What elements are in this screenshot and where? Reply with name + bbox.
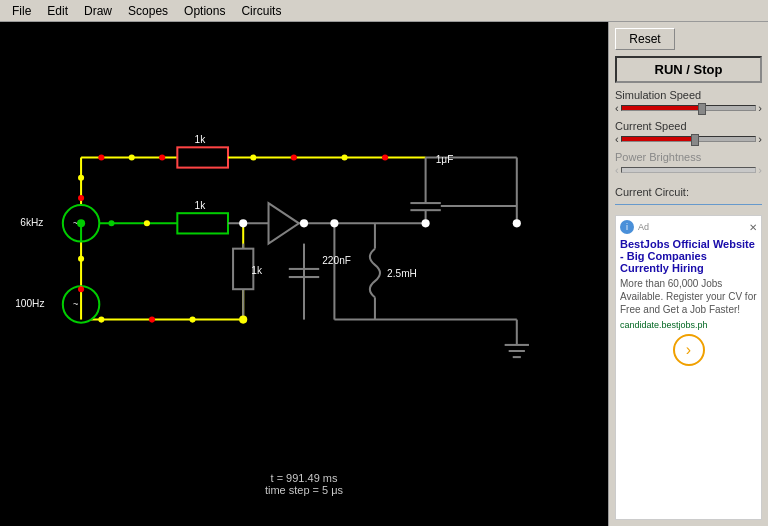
- ad-source: candidate.bestjobs.ph: [620, 320, 757, 330]
- svg-point-57: [129, 154, 135, 160]
- power-brightness-control: Power Brightness ‹ ›: [615, 151, 762, 176]
- power-increase: ›: [758, 164, 762, 176]
- svg-point-60: [291, 154, 297, 160]
- svg-text:1k: 1k: [195, 200, 207, 211]
- menu-file[interactable]: File: [4, 2, 39, 20]
- circuit-canvas[interactable]: 1k 1k 1μF: [0, 22, 608, 526]
- svg-point-54: [239, 316, 247, 324]
- svg-text:100Hz: 100Hz: [15, 298, 44, 309]
- svg-point-63: [98, 317, 104, 323]
- menu-circuits[interactable]: Circuits: [233, 2, 289, 20]
- current-speed-label: Current Speed: [615, 120, 762, 132]
- reset-button[interactable]: Reset: [615, 28, 675, 50]
- svg-rect-34: [233, 249, 253, 290]
- simulation-speed-slider-row: ‹ ›: [615, 102, 762, 114]
- ad-info-icon[interactable]: i: [620, 220, 634, 234]
- cur-speed-fill: [622, 137, 696, 141]
- svg-point-64: [149, 317, 155, 323]
- current-circuit-underline: [615, 204, 762, 205]
- svg-text:220nF: 220nF: [322, 255, 351, 266]
- svg-text:1k: 1k: [251, 265, 263, 276]
- sim-speed-increase[interactable]: ›: [758, 102, 762, 114]
- svg-point-52: [422, 219, 430, 227]
- power-decrease: ‹: [615, 164, 619, 176]
- cur-speed-decrease[interactable]: ‹: [615, 133, 619, 145]
- svg-point-65: [189, 317, 195, 323]
- svg-point-53: [513, 219, 521, 227]
- svg-point-61: [341, 154, 347, 160]
- svg-point-69: [78, 286, 84, 292]
- menubar: File Edit Draw Scopes Options Circuits: [0, 0, 768, 22]
- svg-point-70: [108, 220, 114, 226]
- right-panel: Reset RUN / Stop Simulation Speed ‹ › Cu…: [608, 22, 768, 526]
- svg-point-68: [78, 256, 84, 262]
- svg-point-67: [78, 195, 84, 201]
- power-brightness-track: [621, 167, 757, 173]
- sim-speed-thumb[interactable]: [698, 103, 706, 115]
- power-brightness-label: Power Brightness: [615, 151, 762, 163]
- simulation-info: t = 991.49 ms time step = 5 μs: [265, 472, 343, 496]
- ad-body: More than 60,000 Jobs Available. Registe…: [620, 277, 757, 316]
- svg-text:2.5mH: 2.5mH: [387, 268, 417, 279]
- svg-point-66: [78, 175, 84, 181]
- svg-point-59: [250, 154, 256, 160]
- simulation-speed-track[interactable]: [621, 105, 757, 111]
- menu-edit[interactable]: Edit: [39, 2, 76, 20]
- main-layout: 1k 1k 1μF: [0, 22, 768, 526]
- menu-scopes[interactable]: Scopes: [120, 2, 176, 20]
- svg-rect-8: [177, 213, 228, 233]
- svg-text:1μF: 1μF: [436, 154, 454, 165]
- current-speed-slider-row: ‹ ›: [615, 133, 762, 145]
- svg-point-58: [159, 154, 165, 160]
- svg-point-62: [382, 154, 388, 160]
- menu-options[interactable]: Options: [176, 2, 233, 20]
- menu-draw[interactable]: Draw: [76, 2, 120, 20]
- current-circuit-label: Current Circuit:: [615, 186, 762, 198]
- power-brightness-slider-row: ‹ ›: [615, 164, 762, 176]
- svg-text:6kHz: 6kHz: [20, 217, 43, 228]
- cur-speed-thumb[interactable]: [691, 134, 699, 146]
- simulation-speed-label: Simulation Speed: [615, 89, 762, 101]
- svg-point-55: [77, 219, 85, 227]
- sim-speed-decrease[interactable]: ‹: [615, 102, 619, 114]
- ad-title[interactable]: BestJobs Official Website - Big Companie…: [620, 238, 757, 274]
- current-speed-track[interactable]: [621, 136, 757, 142]
- run-stop-button[interactable]: RUN / Stop: [615, 56, 762, 83]
- svg-point-56: [98, 154, 104, 160]
- ad-container: i Ad ✕ BestJobs Official Website - Big C…: [615, 215, 762, 520]
- cur-speed-increase[interactable]: ›: [758, 133, 762, 145]
- svg-point-51: [300, 219, 308, 227]
- current-speed-control: Current Speed ‹ ›: [615, 120, 762, 145]
- svg-text:~: ~: [73, 299, 78, 309]
- svg-rect-3: [177, 147, 228, 167]
- simulation-speed-control: Simulation Speed ‹ ›: [615, 89, 762, 114]
- svg-point-49: [239, 219, 247, 227]
- svg-point-50: [330, 219, 338, 227]
- ad-close-button[interactable]: ✕: [749, 222, 757, 233]
- ad-header: i Ad ✕: [620, 220, 757, 234]
- svg-text:1k: 1k: [195, 134, 207, 145]
- sim-speed-fill: [622, 106, 702, 110]
- sim-time: t = 991.49 ms: [265, 472, 343, 484]
- svg-point-71: [144, 220, 150, 226]
- ad-arrow-button[interactable]: ›: [673, 334, 705, 366]
- sim-timestep: time step = 5 μs: [265, 484, 343, 496]
